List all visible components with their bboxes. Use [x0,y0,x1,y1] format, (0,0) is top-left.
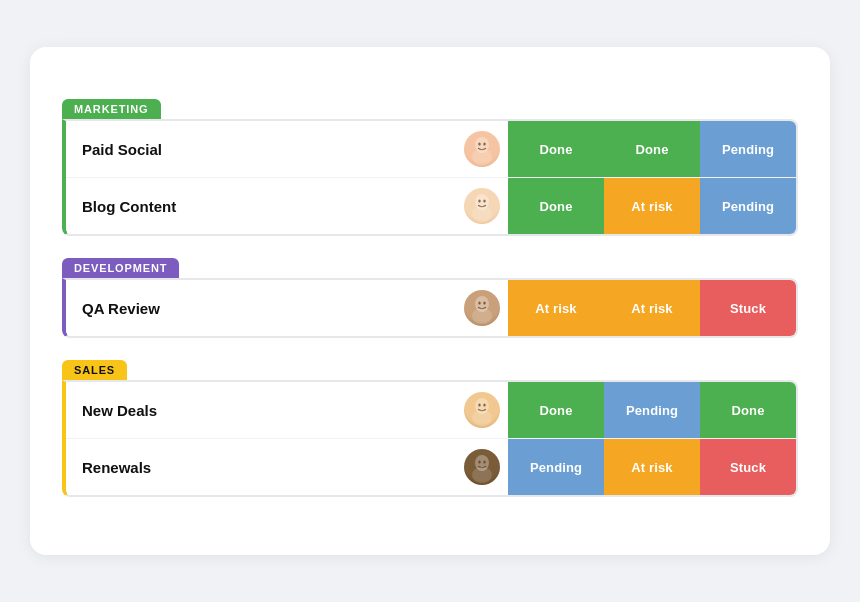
status-cell: Pending [700,178,796,234]
avatar [464,392,500,428]
table-row: New Deals DonePendingDone [66,382,796,439]
svg-point-11 [472,308,492,324]
svg-point-13 [478,404,480,407]
svg-point-19 [472,467,492,483]
group-table-development: QA Review At riskAt riskStuck [62,278,798,338]
svg-point-1 [478,143,480,146]
svg-point-2 [483,143,485,146]
status-cell: Pending [508,439,604,495]
svg-point-10 [483,302,485,305]
svg-point-15 [472,410,492,426]
row-name: Paid Social [66,129,456,170]
svg-point-5 [478,200,480,203]
group-label-sales: SALES [62,360,127,380]
status-cell: Pending [700,121,796,177]
group-table-marketing: Paid Social DoneDonePendingBlog Content … [62,119,798,236]
svg-point-18 [483,461,485,464]
status-cells: DoneDonePending [508,121,796,177]
status-cells: DonePendingDone [508,382,796,438]
avatar-wrap [456,284,508,332]
group-sales: SALESNew Deals DonePendingDoneRenewals P… [62,360,798,497]
status-cell: Stuck [700,439,796,495]
svg-point-14 [483,404,485,407]
avatar [464,131,500,167]
group-label-marketing: MARKETING [62,99,161,119]
status-cell: At risk [604,178,700,234]
status-cell: Done [508,178,604,234]
group-marketing: MARKETINGPaid Social DoneDonePendingBlog… [62,99,798,236]
status-cell: At risk [508,280,604,336]
status-cell: At risk [604,439,700,495]
svg-point-6 [483,200,485,203]
table-row: Renewals PendingAt riskStuck [66,439,796,495]
avatar-wrap [456,443,508,491]
avatar [464,188,500,224]
avatar [464,449,500,485]
table-row: QA Review At riskAt riskStuck [66,280,796,336]
status-cell: Stuck [700,280,796,336]
group-development: DEVELOPMENTQA Review At riskAt riskStuck [62,258,798,338]
avatar-wrap [456,125,508,173]
status-cells: At riskAt riskStuck [508,280,796,336]
row-name: Blog Content [66,186,456,227]
svg-point-9 [478,302,480,305]
status-cell: Done [508,121,604,177]
status-cells: DoneAt riskPending [508,178,796,234]
main-card: MARKETINGPaid Social DoneDonePendingBlog… [30,47,830,555]
row-name: New Deals [66,390,456,431]
svg-point-17 [478,461,480,464]
groups-container: MARKETINGPaid Social DoneDonePendingBlog… [62,99,798,497]
status-cell: Done [604,121,700,177]
row-name: QA Review [66,288,456,329]
table-row: Blog Content DoneAt riskPending [66,178,796,234]
group-label-development: DEVELOPMENT [62,258,179,278]
group-table-sales: New Deals DonePendingDoneRenewals Pendin… [62,380,798,497]
table-row: Paid Social DoneDonePending [66,121,796,178]
status-cell: Done [508,382,604,438]
row-name: Renewals [66,447,456,488]
status-cells: PendingAt riskStuck [508,439,796,495]
avatar [464,290,500,326]
avatar-wrap [456,182,508,230]
svg-point-7 [472,206,492,222]
avatar-wrap [456,386,508,434]
status-cell: At risk [604,280,700,336]
svg-point-3 [472,149,492,165]
status-cell: Pending [604,382,700,438]
status-cell: Done [700,382,796,438]
